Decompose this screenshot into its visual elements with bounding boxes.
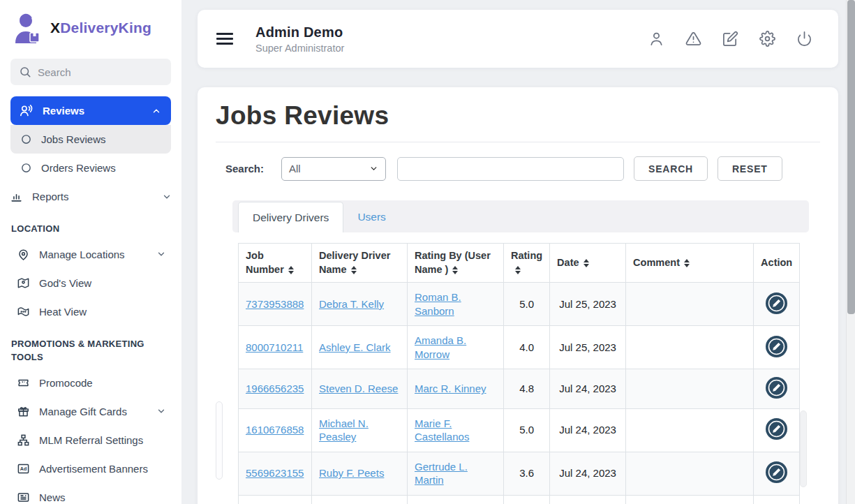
settings-gear-icon[interactable] [754, 26, 780, 52]
review-date: Jul 24, 2023 [559, 424, 616, 436]
sidebar-item-orders-reviews[interactable]: Orders Reviews [10, 154, 171, 182]
table-search-bar: Search: All SEARCH RESET [225, 156, 820, 181]
column-header-driver-name[interactable]: Delivery Driver Name [312, 244, 408, 283]
reviews-table: Job Number Delivery Driver Name Rating B… [238, 243, 800, 504]
top-header: Admin Demo Super Administrator [198, 10, 838, 68]
edit-review-button[interactable] [766, 377, 787, 399]
table-header-row: Job Number Delivery Driver Name Rating B… [239, 244, 800, 283]
sidebar-item-manage-locations[interactable]: Manage Locations [0, 240, 181, 269]
radio-circle-icon [20, 133, 32, 145]
sidebar-item-label: Manage Locations [39, 249, 125, 260]
table-row: 1610676858 Michael N. Peasley Marie F. C… [239, 408, 800, 452]
driver-name-link[interactable]: Michael N. Peasley [319, 417, 369, 443]
search-button[interactable]: SEARCH [634, 156, 708, 181]
sidebar-item-mlm-referral-settings[interactable]: MLM Referral Settings [0, 426, 181, 454]
rating-value: 5.0 [519, 298, 534, 310]
column-header-action: Action [754, 244, 800, 283]
sort-icon[interactable] [452, 266, 458, 274]
gift-icon [17, 405, 30, 418]
sort-icon[interactable] [583, 259, 589, 267]
current-user: Admin Demo Super Administrator [255, 24, 344, 54]
sort-icon[interactable] [515, 266, 521, 274]
search-filter-select[interactable]: All [281, 157, 386, 181]
table-row: 7373953888 Debra T. Kelly Roman B. Sanbo… [239, 283, 800, 326]
sidebar-item-label: Reviews [43, 105, 84, 117]
job-number-link[interactable]: 1610676858 [246, 424, 304, 436]
driver-name-link[interactable]: Debra T. Kelly [319, 298, 384, 310]
sidebar-item-heat-view[interactable]: Heat View [0, 297, 181, 326]
column-header-rating[interactable]: Rating [504, 244, 550, 283]
sidebar-search-input[interactable] [38, 66, 156, 78]
user-name: Admin Demo [255, 24, 344, 40]
sidebar-item-news[interactable]: News [0, 483, 181, 504]
power-icon[interactable] [791, 26, 817, 52]
edit-review-button[interactable] [766, 461, 787, 483]
job-number-link[interactable]: 8000710211 [246, 341, 303, 353]
rating-by-link[interactable]: Marc R. Kinney [415, 383, 486, 394]
search-label: Search: [225, 163, 264, 175]
page-scrollbar-thumb[interactable] [847, 0, 855, 314]
column-header-job-number[interactable]: Job Number [239, 244, 312, 283]
section-label-promotions: PROMOTIONS & MARKETING TOOLS [0, 326, 164, 369]
reset-button[interactable]: RESET [718, 156, 782, 181]
sidebar-item-label: News [39, 491, 66, 503]
svg-text:Ad: Ad [20, 466, 27, 472]
sidebar-item-gods-view[interactable]: God's View [0, 269, 181, 297]
edit-review-button[interactable] [766, 336, 787, 357]
sidebar-item-label: Heat View [39, 306, 87, 318]
column-header-comment[interactable]: Comment [626, 244, 754, 283]
inner-scrollbar-left[interactable] [216, 401, 223, 480]
job-number-link[interactable]: 1966656235 [246, 383, 304, 394]
driver-name-link[interactable]: Ashley E. Clark [319, 341, 391, 353]
sidebar-search[interactable] [10, 59, 171, 85]
chevron-down-icon [156, 406, 166, 416]
ticket-icon [17, 376, 30, 390]
user-icon[interactable] [643, 26, 669, 52]
sidebar-item-label: Jobs Reviews [41, 133, 106, 145]
rating-by-link[interactable]: Marie F. Castellanos [415, 417, 469, 443]
chevron-down-icon [162, 192, 172, 202]
column-header-rating-by[interactable]: Rating By (User Name ) [408, 244, 504, 283]
sidebar-item-promocode[interactable]: Promocode [0, 369, 181, 397]
inner-scrollbar-right[interactable] [800, 410, 807, 487]
review-date: Jul 24, 2023 [559, 383, 616, 394]
rating-by-link[interactable]: Gertrude L. Martin [415, 461, 468, 487]
column-header-date[interactable]: Date [550, 244, 626, 283]
bar-chart-icon [10, 190, 23, 203]
sidebar-item-label: Reports [32, 191, 69, 202]
search-filter-value: All [289, 163, 301, 175]
driver-name-link[interactable]: Steven D. Reese [319, 383, 398, 394]
job-number-link[interactable]: 7373953888 [246, 298, 304, 310]
sort-icon[interactable] [288, 266, 294, 274]
map-pin-icon [17, 248, 30, 261]
rating-value: 3.6 [519, 467, 534, 479]
rating-by-link[interactable]: Amanda B. Morrow [415, 334, 466, 360]
reviews-icon [19, 103, 34, 118]
table-row: 8000710211 Ashley E. Clark Amanda B. Mor… [239, 326, 800, 369]
sort-icon[interactable] [684, 259, 690, 267]
sidebar-item-reviews[interactable]: Reviews [10, 96, 171, 125]
job-number-link[interactable]: 5569623155 [246, 467, 304, 479]
driver-name-link[interactable]: Ruby F. Peets [319, 467, 384, 479]
rating-by-link[interactable]: Roman B. Sanborn [415, 291, 461, 317]
review-date: Jul 25, 2023 [559, 298, 616, 310]
table-row: 5569623155 Ruby F. Peets Gertrude L. Mar… [239, 452, 800, 495]
sidebar-item-manage-gift-cards[interactable]: Manage Gift Cards [0, 397, 181, 426]
sidebar-item-jobs-reviews[interactable]: Jobs Reviews [10, 125, 171, 154]
sidebar-item-advertisement-banners[interactable]: Ad Advertisement Banners [0, 454, 181, 483]
alert-triangle-icon[interactable] [680, 26, 706, 52]
brand-logo: XDeliveryKing [0, 0, 181, 53]
main-content: Jobs Reviews Search: All SEARCH RESET De… [198, 87, 838, 504]
menu-toggle-button[interactable] [216, 30, 233, 47]
search-query-input[interactable] [397, 157, 624, 181]
tab-users[interactable]: Users [343, 202, 399, 232]
sidebar-item-reports[interactable]: Reports [0, 182, 181, 211]
form-edit-icon[interactable] [717, 26, 743, 52]
sort-icon[interactable] [351, 266, 357, 274]
page-scrollbar-track[interactable] [846, 0, 855, 504]
edit-review-button[interactable] [766, 292, 787, 314]
tab-delivery-drivers[interactable]: Delivery Drivers [238, 202, 343, 232]
sidebar-item-label: Orders Reviews [41, 162, 116, 174]
edit-review-button[interactable] [766, 418, 787, 440]
user-role: Super Administrator [255, 43, 344, 54]
